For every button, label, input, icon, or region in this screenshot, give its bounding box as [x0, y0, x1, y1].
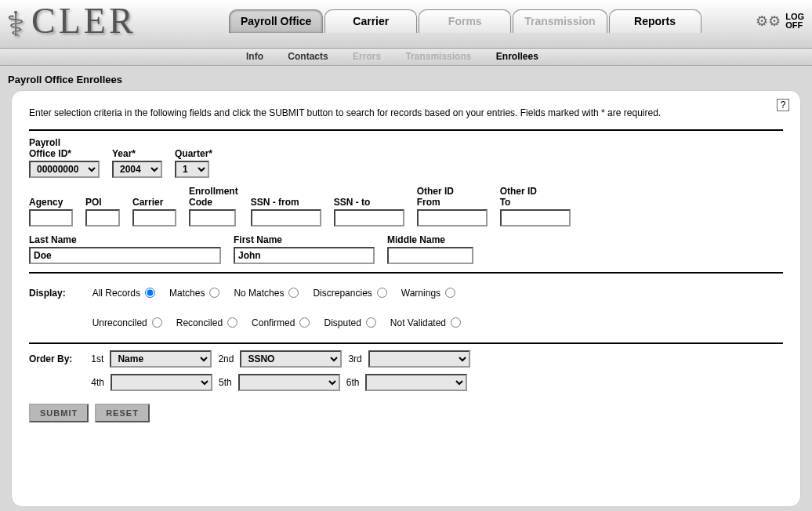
subtab-contacts[interactable]: Contacts	[277, 49, 339, 64]
radio-warnings[interactable]	[445, 288, 455, 298]
tab-reports[interactable]: Reports	[609, 9, 701, 33]
tab-carrier[interactable]: Carrier	[324, 9, 417, 33]
app-header: ⚕CLER Payroll Office Carrier Forms Trans…	[0, 0, 812, 49]
radio-label-warnings: Warnings	[401, 288, 440, 299]
tab-transmission[interactable]: Transmission	[513, 9, 607, 33]
label-enrollment-code: Enrollment Code	[189, 186, 238, 208]
label-other-id-to: Other ID To	[500, 186, 571, 208]
submit-button[interactable]: SUBMIT	[29, 404, 89, 422]
poi-input[interactable]	[85, 209, 120, 227]
other-id-to-input[interactable]	[500, 209, 571, 227]
label-order-6th: 6th	[346, 377, 360, 388]
reset-button[interactable]: RESET	[95, 404, 150, 422]
gear-icon: ⚙⚙	[756, 13, 781, 30]
label-display: Display:	[29, 288, 66, 299]
ssn-to-input[interactable]	[334, 209, 404, 227]
label-year: Year*	[112, 148, 162, 159]
main-tab-bar: Payroll Office Carrier Forms Transmissio…	[229, 9, 701, 33]
label-agency: Agency	[29, 197, 73, 208]
caduceus-icon: ⚕	[6, 4, 31, 45]
label-order-3rd: 3rd	[348, 353, 361, 364]
radio-all-records[interactable]	[145, 288, 155, 298]
order-3-select[interactable]	[368, 350, 470, 368]
ssn-from-input[interactable]	[251, 209, 321, 227]
radio-matches[interactable]	[209, 288, 219, 298]
payroll-office-id-select[interactable]: 00000000	[29, 161, 100, 178]
page-title: Payroll Office Enrollees	[0, 66, 812, 90]
last-name-input[interactable]	[29, 247, 221, 264]
radio-not-validated[interactable]	[451, 317, 461, 328]
label-poi: POI	[85, 197, 120, 208]
radio-label-all-records: All Records	[92, 288, 140, 299]
separator	[29, 342, 783, 344]
label-order-1st: 1st	[91, 353, 103, 364]
label-ssn-to: SSN - to	[334, 197, 404, 208]
subtab-info[interactable]: Info	[235, 49, 274, 64]
radio-label-matches: Matches	[169, 288, 205, 299]
intro-text: Enter selection criteria in the followin…	[29, 107, 783, 120]
order-1-select[interactable]: Name	[110, 350, 212, 368]
order-4-select[interactable]	[111, 374, 212, 391]
log-off-label: LOGOFF	[785, 13, 804, 30]
label-other-id-from: Other ID From	[417, 186, 488, 208]
search-panel: ? Enter selection criteria in the follow…	[11, 90, 801, 507]
other-id-from-input[interactable]	[417, 209, 488, 227]
label-last-name: Last Name	[29, 234, 221, 245]
radio-label-disputed: Disputed	[324, 317, 361, 328]
label-order-5th: 5th	[219, 377, 232, 388]
first-name-input[interactable]	[234, 247, 375, 264]
radio-label-confirmed: Confirmed	[252, 317, 295, 328]
label-order-2nd: 2nd	[218, 353, 234, 364]
label-middle-name: Middle Name	[387, 234, 473, 245]
radio-discrepancies[interactable]	[377, 288, 387, 298]
separator	[29, 129, 783, 131]
radio-label-discrepancies: Discrepancies	[313, 288, 372, 299]
radio-label-no-matches: No Matches	[234, 288, 284, 299]
separator	[29, 272, 783, 274]
order-6-select[interactable]	[365, 374, 467, 391]
radio-label-reconciled: Reconciled	[176, 317, 223, 328]
radio-disputed[interactable]	[366, 317, 376, 328]
radio-label-not-validated: Not Validated	[390, 317, 446, 328]
enrollment-code-input[interactable]	[189, 209, 236, 227]
subtab-enrollees[interactable]: Enrollees	[485, 49, 549, 64]
help-icon[interactable]: ?	[777, 99, 789, 111]
label-carrier: Carrier	[132, 197, 176, 208]
radio-label-unreconciled: Unreconciled	[92, 317, 147, 328]
log-off-button[interactable]: ⚙⚙ LOGOFF	[756, 13, 804, 30]
radio-confirmed[interactable]	[299, 317, 310, 328]
app-logo: ⚕CLER	[6, 0, 136, 45]
radio-reconciled[interactable]	[227, 317, 237, 328]
logo-text: CLER	[31, 1, 136, 41]
radio-no-matches[interactable]	[288, 288, 299, 298]
tab-payroll-office[interactable]: Payroll Office	[229, 9, 323, 33]
radio-unreconciled[interactable]	[152, 317, 162, 328]
agency-input[interactable]	[29, 209, 73, 227]
label-ssn-from: SSN - from	[251, 197, 321, 208]
sub-tab-bar: Info Contacts Errors Transmissions Enrol…	[0, 49, 812, 66]
display-radio-group: Display: All Records Matches No Matches …	[29, 288, 783, 328]
middle-name-input[interactable]	[387, 247, 473, 264]
label-payroll-office-id: Payroll Office ID*	[29, 137, 100, 159]
order-2-select[interactable]: SSNO	[240, 350, 342, 368]
order-by-row-2: Order By: 4th 5th 6th	[29, 374, 783, 391]
quarter-select[interactable]: 1	[175, 161, 209, 178]
order-5-select[interactable]	[238, 374, 340, 391]
tab-forms[interactable]: Forms	[419, 9, 511, 33]
subtab-transmissions[interactable]: Transmissions	[394, 49, 482, 64]
label-quarter: Quarter*	[175, 148, 212, 159]
subtab-errors[interactable]: Errors	[342, 49, 392, 64]
order-by-row-1: Order By: 1stName 2ndSSNO 3rd	[29, 350, 783, 368]
year-select[interactable]: 2004	[112, 161, 162, 178]
label-order-4th: 4th	[91, 377, 104, 388]
label-first-name: First Name	[234, 234, 375, 245]
label-order-by: Order By:	[29, 353, 72, 364]
carrier-input[interactable]	[132, 209, 176, 227]
